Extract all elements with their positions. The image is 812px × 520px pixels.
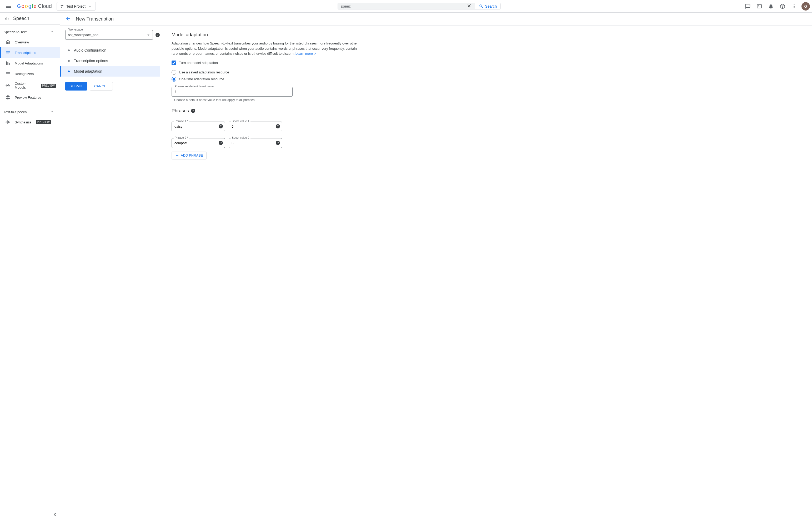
phrase-1-label: Phrase 1 *: [174, 120, 189, 123]
content-area: New Transcription Workspace sst_workspac…: [60, 12, 812, 520]
step-actions: SUBMIT CANCEL: [65, 82, 160, 90]
phrase-2-input[interactable]: [172, 138, 225, 148]
page-body: Speech Speech-to-Text Overview Transcrip…: [0, 12, 812, 520]
submit-button[interactable]: SUBMIT: [65, 82, 87, 90]
page-title: New Transcription: [76, 16, 114, 22]
sidebar-product-title: Speech: [13, 16, 29, 21]
plus-icon: [175, 153, 179, 158]
help-circle-icon: [780, 3, 785, 9]
sidebar-item-transcriptions[interactable]: Transcriptions: [0, 47, 60, 58]
adaptation-toggle-checkbox[interactable]: [172, 60, 176, 65]
search-icon: [479, 4, 483, 9]
svg-point-2: [60, 6, 61, 8]
adaptation-toggle-row[interactable]: Turn on model adaptation: [172, 60, 359, 65]
sidebar-item-label: Model Adaptations: [15, 61, 43, 65]
more-options-button[interactable]: [789, 1, 800, 11]
gemini-chat-button[interactable]: [742, 1, 753, 11]
step-model-adaptation[interactable]: Model adaptation: [60, 66, 160, 77]
google-cloud-logo[interactable]: Google Cloud: [17, 3, 52, 9]
radio-saved-input[interactable]: [172, 70, 176, 75]
header-actions: G: [742, 1, 810, 11]
search-input[interactable]: [341, 4, 467, 8]
workspace-select[interactable]: sst_workspace_ppd: [65, 30, 153, 40]
bell-icon: [768, 3, 774, 9]
workspace-select-wrap: Workspace sst_workspace_ppd: [65, 30, 153, 40]
svg-rect-3: [5, 18, 5, 20]
chat-icon: [745, 3, 751, 9]
sidebar-item-model-adaptations[interactable]: Model Adaptations: [0, 58, 60, 69]
sidebar-item-custom-models[interactable]: Custom Models PREVIEW: [0, 79, 60, 92]
svg-rect-6: [8, 17, 8, 20]
sidebar-product-header[interactable]: Speech: [0, 12, 60, 25]
default-boost-helper: Choose a default boost value that will a…: [174, 98, 359, 102]
sidebar-section-tts-toggle[interactable]: Text-to-Speech: [0, 107, 60, 117]
cancel-button[interactable]: CANCEL: [90, 82, 113, 90]
search-clear-button[interactable]: [467, 3, 472, 9]
workspace-label: Workspace: [68, 28, 84, 31]
notifications-button[interactable]: [766, 1, 776, 11]
radio-onetime-resource[interactable]: One-time adaptation resource: [172, 76, 359, 83]
svg-rect-16: [9, 122, 10, 122]
sidebar-section-stt-toggle[interactable]: Speech-to-Text: [0, 27, 60, 37]
preview-badge: PREVIEW: [41, 84, 56, 88]
learn-more-link[interactable]: Learn more: [295, 52, 317, 55]
tune-icon: [5, 60, 10, 66]
sidebar-collapse-button[interactable]: [52, 512, 58, 518]
transcription-icon: [5, 50, 10, 55]
sidebar-item-overview[interactable]: Overview: [0, 37, 60, 47]
boost-1-input[interactable]: [229, 122, 282, 131]
step-label: Model adaptation: [74, 69, 102, 73]
phrase-2-help-button[interactable]: ?: [219, 141, 223, 145]
boost-2-label: Boost value 2: [231, 136, 251, 139]
step-audio-configuration[interactable]: Audio Configuration: [65, 45, 160, 55]
svg-rect-12: [6, 122, 6, 122]
radio-onetime-input[interactable]: [172, 77, 176, 82]
search-button[interactable]: Search: [475, 3, 500, 9]
boost-2-input[interactable]: [229, 138, 282, 148]
sidebar-item-synthesize[interactable]: Synthesize PREVIEW: [0, 117, 60, 127]
home-icon: [5, 40, 10, 45]
project-selector-button[interactable]: Test Project: [57, 2, 96, 10]
layers-icon: [5, 95, 10, 100]
svg-rect-7: [9, 18, 9, 20]
back-button[interactable]: [65, 16, 71, 22]
svg-point-1: [62, 5, 63, 6]
speech-icon: [4, 16, 9, 21]
hamburger-menu-button[interactable]: [2, 0, 15, 12]
form-description: Adaptation changes how Speech-to-Text tr…: [172, 41, 359, 56]
phrases-help-button[interactable]: ?: [191, 109, 195, 113]
workspace-help-button[interactable]: ?: [156, 33, 160, 37]
menu-icon: [5, 3, 11, 9]
phrase-1-input[interactable]: [172, 122, 225, 131]
boost-2-help-button[interactable]: ?: [276, 141, 280, 145]
add-phrase-button[interactable]: ADD PHRASE: [172, 152, 207, 159]
cloud-shell-button[interactable]: [754, 1, 765, 11]
svg-rect-5: [7, 18, 7, 19]
sidebar-item-recognizers[interactable]: Recognizers: [0, 69, 60, 79]
steps-panel: Workspace sst_workspace_ppd ? Audio Conf…: [60, 26, 165, 520]
phrase-1-help-button[interactable]: ?: [219, 124, 223, 128]
chevron-left-icon: [52, 512, 58, 517]
arrow-left-icon: [65, 16, 71, 22]
form-heading: Model adaptation: [172, 32, 359, 37]
radio-saved-resource[interactable]: Use a saved adaptation resource: [172, 69, 359, 76]
model-icon: [5, 83, 10, 88]
svg-point-11: [7, 85, 9, 86]
step-label: Transcription options: [74, 59, 108, 63]
account-avatar-button[interactable]: G: [802, 2, 810, 10]
phrases-heading: Phrases ?: [172, 108, 359, 114]
more-vert-icon: [791, 3, 797, 9]
chevron-up-icon: [50, 109, 54, 114]
sidebar-item-label: Recognizers: [15, 72, 34, 76]
phrase-2-field: Phrase 2 * ?: [172, 138, 225, 148]
svg-rect-17: [54, 513, 54, 516]
default-boost-field: Phrase set default boost value: [172, 87, 293, 97]
help-button[interactable]: [777, 1, 788, 11]
project-name: Test Project: [66, 4, 85, 8]
step-transcription-options[interactable]: Transcription options: [65, 55, 160, 66]
default-boost-input[interactable]: [172, 87, 293, 97]
sidebar-item-preview-features[interactable]: Preview Features: [0, 92, 60, 103]
phrase-2-label: Phrase 2 *: [174, 136, 189, 139]
content-body: Workspace sst_workspace_ppd ? Audio Conf…: [60, 26, 812, 520]
boost-1-help-button[interactable]: ?: [276, 124, 280, 128]
